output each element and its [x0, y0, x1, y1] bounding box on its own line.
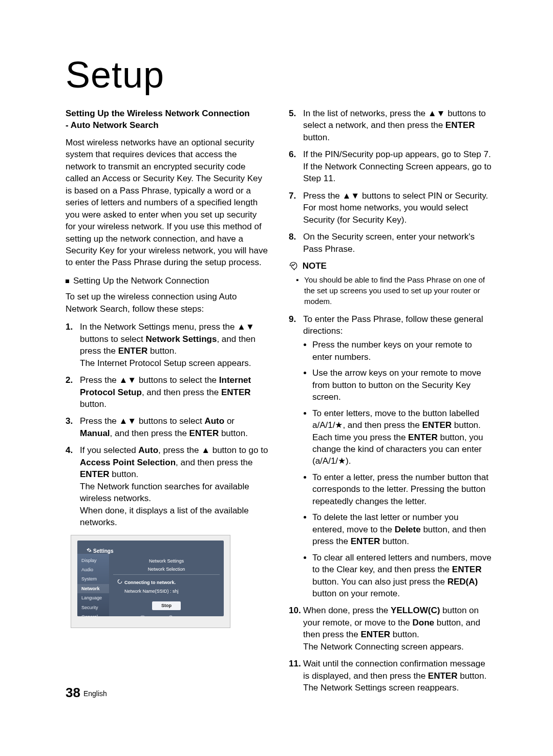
figure-header: Settings [87, 548, 113, 555]
figure-side-language: Language [77, 593, 109, 602]
figure-side-network: Network [77, 584, 109, 593]
page-language: English [83, 689, 107, 698]
step-3: Press the ▲▼ buttons to select Auto or M… [66, 415, 268, 439]
page-footer: 38English [66, 685, 107, 701]
step-2: Press the ▲▼ buttons to select the Inter… [66, 374, 268, 410]
figure-stop-button: Stop [152, 601, 181, 610]
figure-side-security: Security [77, 603, 109, 612]
svg-point-0 [118, 580, 122, 584]
subsection-label: Setting Up the Network Connection [66, 275, 268, 287]
bullet-numbers: Press the number keys on your remote to … [312, 339, 492, 363]
page-title: Setup [66, 56, 492, 93]
steps-list-1-4: In the Network Settings menu, press the … [66, 321, 268, 528]
figure-title-network-settings: Network Settings [113, 558, 220, 564]
svg-rect-1 [141, 616, 144, 616]
figure-side-audio: Audio [77, 565, 109, 574]
bullet-letter-cycle: To enter a letter, press the number butt… [312, 471, 492, 507]
figure-ssid-row: Network Name(SSID) : shj [113, 587, 220, 597]
step-7: Press the ▲▼ buttons to select PIN or Se… [289, 190, 492, 226]
step-10: When done, press the YELLOW(C) button on… [289, 604, 492, 653]
left-column: Setting Up the Wireless Network Connecti… [66, 107, 268, 699]
figure-side-general: General [77, 612, 109, 616]
note-item: You should be able to find the Pass Phra… [304, 275, 492, 307]
bullet-clear: To clear all entered letters and numbers… [312, 552, 492, 600]
lead-in-text: To set up the wireless connection using … [66, 291, 268, 315]
figure-main-panel: Network Settings Network Selection Conne… [109, 554, 224, 616]
bullet-square-icon [66, 279, 69, 283]
gear-icon [87, 548, 92, 555]
page-number: 38 [66, 685, 80, 700]
step-1: In the Network Settings menu, press the … [66, 321, 268, 369]
figure-sidebar: Display Audio System Network Language Se… [77, 554, 109, 616]
note-bullets: You should be able to find the Pass Phra… [289, 275, 492, 307]
step-9: To enter the Pass Phrase, follow these g… [289, 313, 492, 600]
figure-side-display: Display [77, 556, 109, 565]
figure-connecting-row: Connecting to network. [113, 575, 220, 587]
note-icon [289, 261, 303, 271]
bullet-letters-mode: To enter letters, move to the button lab… [312, 407, 492, 467]
enter-icon [140, 616, 146, 616]
return-icon [168, 616, 175, 616]
step-9-bullets: Press the number keys on your remote to … [303, 339, 492, 599]
section-heading: Setting Up the Wireless Network Connecti… [66, 107, 268, 132]
step-11: Wait until the connection confirmation m… [289, 658, 492, 694]
figure-footer: Select Return [113, 615, 220, 616]
step-5: In the list of networks, press the ▲▼ bu… [289, 107, 492, 143]
settings-screen-figure: Settings Display Audio System Network La… [71, 535, 230, 628]
figure-side-system: System [77, 574, 109, 584]
step-6: If the PIN/Security pop-up appears, go t… [289, 148, 492, 184]
steps-list-5-8: In the list of networks, press the ▲▼ bu… [289, 107, 492, 255]
step-8: On the Security screen, enter your netwo… [289, 231, 492, 255]
spinner-icon [117, 579, 122, 586]
figure-title-network-selection: Network Selection [113, 566, 220, 575]
right-column: In the list of networks, press the ▲▼ bu… [289, 107, 492, 699]
note-heading: NOTE [289, 260, 492, 272]
bullet-arrows: Use the arrow keys on your remote to mov… [312, 367, 492, 403]
steps-list-9-11: To enter the Pass Phrase, follow these g… [289, 313, 492, 694]
bullet-delete: To delete the last letter or number you … [312, 511, 492, 547]
step-4: If you selected Auto, press the ▲ button… [66, 444, 268, 528]
intro-paragraph: Most wireless networks have an optional … [66, 137, 268, 269]
